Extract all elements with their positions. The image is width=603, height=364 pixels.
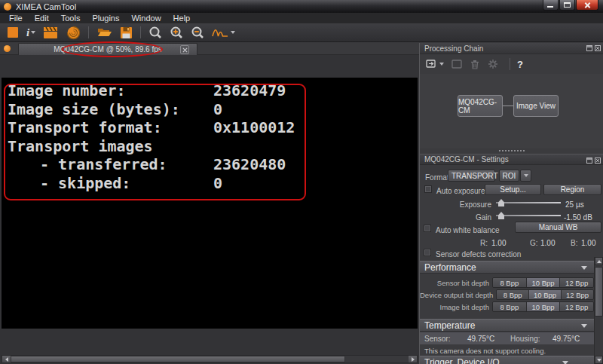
stat-label: - transferred:	[8, 155, 213, 173]
maximize-icon	[564, 2, 571, 8]
node-settings-button[interactable]	[488, 59, 498, 69]
menu-tools[interactable]: Tools	[55, 13, 87, 23]
float-panel-icon[interactable]	[586, 45, 592, 51]
zoom-out-button[interactable]	[188, 24, 207, 41]
scroll-left-button[interactable]	[2, 356, 11, 362]
delete-node-button[interactable]	[470, 60, 480, 69]
camera-view-tab[interactable]: MQ042CG-CM @ 50%, 89.6 fps	[18, 43, 197, 55]
stat-value: 0	[213, 100, 222, 118]
node-connector	[503, 106, 513, 106]
node-camera[interactable]: MQ042CG-CM	[458, 95, 503, 117]
toolbar-separator	[510, 58, 510, 70]
roi-button[interactable]: ROI	[499, 170, 519, 182]
panel-splitter-handle[interactable]	[420, 150, 603, 153]
histogram-button[interactable]	[210, 24, 237, 41]
collapse-arrow-icon	[581, 324, 587, 328]
minimize-button[interactable]	[543, 0, 559, 11]
settings-panel-header: MQ042CG-CM - Settings	[420, 154, 603, 165]
menu-edit[interactable]: Edit	[29, 13, 55, 23]
scroll-up-button[interactable]	[595, 257, 603, 265]
close-button[interactable]	[576, 0, 598, 11]
segment-10bpp[interactable]: 10 Bpp	[527, 302, 561, 311]
stop-button[interactable]	[5, 24, 21, 41]
region-button[interactable]: Region	[543, 184, 601, 195]
exposure-slider[interactable]	[496, 198, 561, 206]
color-correction-button[interactable]	[64, 24, 83, 41]
red-value: 1.00	[491, 239, 506, 247]
stat-value: 23620479	[213, 81, 286, 99]
scroll-down-button[interactable]	[595, 356, 603, 364]
sensor-defects-label: Sensor defects correction	[436, 250, 521, 258]
auto-white-balance-checkbox[interactable]	[424, 225, 431, 232]
temperature-section-header[interactable]: Temperature	[420, 319, 594, 332]
node-image-view[interactable]: Image View	[513, 95, 559, 117]
image-canvas[interactable]: Image number: 23620479 Image size (bytes…	[2, 78, 418, 329]
tab-label: MQ042CG-CM @ 50%, 89.6 fps	[54, 45, 162, 54]
horizontal-scrollbar[interactable]	[2, 355, 418, 363]
collapse-arrow-icon	[562, 361, 568, 364]
close-panel-icon[interactable]	[595, 45, 601, 51]
menu-plugins[interactable]: Plugins	[86, 13, 125, 23]
save-button[interactable]	[118, 24, 135, 41]
stat-row: - skipped: 0	[8, 174, 295, 193]
gain-slider-thumb[interactable]	[498, 212, 504, 219]
segment-8bpp[interactable]: 8 Bpp	[497, 290, 529, 299]
performance-section-header[interactable]: Performance	[420, 261, 594, 274]
menu-help[interactable]: Help	[167, 13, 197, 23]
float-panel-icon[interactable]	[586, 158, 592, 164]
segment-12bpp[interactable]: 12 Bpp	[562, 290, 593, 299]
sensor-temp-label: Sensor:	[424, 335, 450, 343]
green-label: G:	[530, 239, 538, 247]
segment-10bpp[interactable]: 10 Bpp	[527, 278, 561, 287]
record-video-button[interactable]	[41, 24, 61, 41]
segment-12bpp[interactable]: 12 Bpp	[560, 302, 593, 311]
frame-button[interactable]	[451, 60, 462, 69]
slider-track	[496, 202, 561, 203]
segment-8bpp[interactable]: 8 Bpp	[493, 278, 527, 287]
zoom-reset-button[interactable]	[146, 24, 164, 41]
chevron-down-icon	[231, 31, 235, 34]
processing-chain-header: Processing Chain	[420, 43, 603, 54]
help-button[interactable]: ?	[517, 59, 523, 70]
chevron-down-icon	[31, 31, 35, 34]
sensor-defects-checkbox[interactable]	[424, 249, 431, 256]
zoom-in-icon	[170, 26, 183, 39]
menu-file[interactable]: File	[3, 13, 29, 23]
stat-row: Transport format: 0x1100012	[8, 118, 295, 137]
app-logo-icon	[4, 3, 11, 11]
close-panel-icon[interactable]	[595, 158, 601, 164]
add-source-button[interactable]	[426, 59, 444, 69]
menu-window[interactable]: Window	[125, 13, 167, 23]
stat-row: Image size (bytes): 0	[8, 100, 295, 119]
setup-button[interactable]: Setup...	[485, 184, 541, 195]
open-file-button[interactable]	[94, 24, 115, 41]
segment-10bpp[interactable]: 10 Bpp	[529, 290, 562, 299]
segment-12bpp[interactable]: 12 Bpp	[560, 278, 593, 287]
performance-title: Performance	[424, 262, 476, 273]
processing-chain-canvas[interactable]: MQ042CG-CM Image View	[420, 74, 603, 148]
roi-dropdown-button[interactable]	[520, 170, 531, 182]
auto-exposure-checkbox[interactable]	[424, 185, 432, 193]
horizontal-scroll-thumb[interactable]	[11, 356, 345, 362]
trigger-section-header[interactable]: Trigger, Device I/O	[420, 356, 594, 364]
zoom-in-button[interactable]	[167, 24, 185, 41]
gain-label: Gain	[422, 213, 491, 222]
info-button[interactable]: i	[24, 24, 38, 41]
exposure-slider-thumb[interactable]	[498, 199, 504, 206]
chevron-down-icon	[439, 63, 444, 66]
segment-8bpp[interactable]: 8 Bpp	[493, 302, 527, 311]
open-folder-icon	[96, 26, 112, 38]
main-toolbar: i	[0, 23, 603, 42]
format-dropdown[interactable]: TRANSPORT	[448, 170, 495, 182]
manual-wb-button[interactable]: Manual WB	[515, 222, 601, 233]
auto-exposure-label: Auto exposure	[436, 187, 485, 195]
vertical-scrollbar[interactable]	[594, 257, 603, 364]
stat-value: 0	[213, 174, 222, 192]
format-label: Format	[425, 173, 449, 182]
vertical-scroll-thumb[interactable]	[595, 267, 603, 317]
scroll-right-button[interactable]	[409, 356, 417, 362]
stat-row: - transferred: 23620480	[8, 155, 295, 174]
maximize-button[interactable]	[559, 0, 575, 11]
tab-close-button[interactable]	[180, 45, 189, 54]
gain-slider[interactable]	[496, 211, 561, 219]
